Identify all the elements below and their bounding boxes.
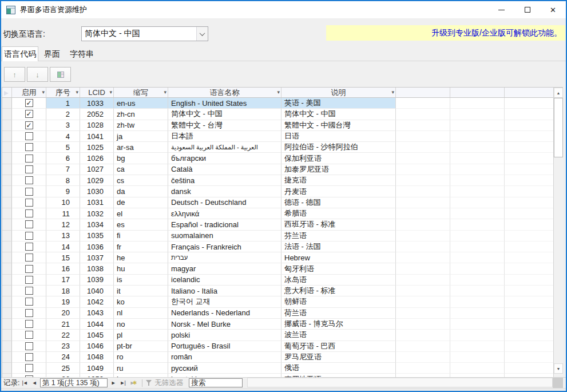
enabled-checkbox[interactable] (25, 276, 33, 284)
cell-seq[interactable]: 22 (46, 330, 80, 340)
cell-lcid[interactable]: 1039 (80, 275, 114, 286)
cell-abbr[interactable]: ar-sa (114, 142, 168, 153)
column-header-name[interactable]: 语言名称▾ (168, 88, 281, 97)
cell-desc[interactable]: 丹麦语 (281, 186, 396, 197)
cell-lcid[interactable]: 1029 (80, 175, 114, 186)
cell-empty[interactable] (396, 120, 450, 131)
cell-abbr[interactable]: de (114, 197, 168, 208)
cell-seq[interactable]: 1 (46, 98, 80, 109)
column-header-lcid[interactable]: LCID▾ (80, 88, 114, 97)
cell-empty[interactable] (396, 296, 450, 307)
cell-abbr[interactable]: is (114, 275, 168, 286)
cell-desc[interactable]: 意大利语 - 标准 (281, 286, 396, 296)
cell-empty[interactable] (450, 352, 505, 363)
cell-abbr[interactable]: el (114, 208, 168, 219)
table-row[interactable]: 151037heעבריתHebrew (2, 252, 554, 263)
cell-name[interactable]: العربية - المملكة العربية السعودية (168, 142, 281, 153)
cell-lcid[interactable]: 1036 (80, 241, 114, 252)
cell-enabled[interactable] (12, 241, 46, 252)
cell-desc[interactable]: 冰岛语 (281, 275, 396, 286)
cell-desc[interactable]: 德语 - 德国 (281, 197, 396, 208)
cell-empty[interactable] (450, 330, 505, 340)
row-selector[interactable] (2, 186, 12, 197)
cell-desc[interactable]: 挪威语 - 博克马尔 (281, 319, 396, 330)
cell-name[interactable]: 한국어 교재 (168, 296, 281, 307)
enabled-checkbox[interactable] (25, 265, 33, 273)
cell-empty[interactable] (505, 109, 554, 120)
row-selector[interactable] (2, 341, 12, 352)
cell-enabled[interactable] (12, 341, 46, 352)
cell-desc[interactable]: 简体中文 - 中国 (281, 109, 396, 120)
cell-empty[interactable] (450, 308, 505, 319)
cell-desc[interactable]: 匈牙利语 (281, 263, 396, 274)
cell-empty[interactable] (396, 363, 450, 374)
row-selector[interactable] (2, 208, 12, 219)
cell-seq[interactable]: 21 (46, 319, 80, 330)
tab-language-codes[interactable]: 语言代码 (2, 46, 38, 61)
cell-empty[interactable] (450, 164, 505, 175)
row-selector[interactable] (2, 363, 12, 374)
record-position-box[interactable]: 第 1 项(共 135 项) (40, 378, 108, 387)
cell-name[interactable]: polski (168, 330, 281, 340)
filter-arrow-icon[interactable]: ▾ (42, 89, 45, 95)
table-row[interactable]: 181040itItaliano - Italia意大利语 - 标准 (2, 286, 554, 296)
move-down-button[interactable]: ↓ (27, 67, 48, 82)
cell-enabled[interactable] (12, 131, 46, 142)
cell-seq[interactable]: 24 (46, 352, 80, 363)
cell-seq[interactable]: 8 (46, 175, 80, 186)
row-selector[interactable] (2, 109, 12, 120)
cell-seq[interactable]: 4 (46, 131, 80, 142)
export-button[interactable] (50, 67, 71, 82)
cell-desc[interactable]: 法语 - 法国 (281, 241, 396, 252)
enabled-checkbox[interactable] (25, 353, 33, 361)
cell-desc[interactable]: Hebrew (281, 252, 396, 263)
cell-empty[interactable] (505, 131, 554, 142)
cell-abbr[interactable]: da (114, 186, 168, 197)
table-row[interactable]: 211044noNorsk - Mel Burke挪威语 - 博克马尔 (2, 319, 554, 330)
enabled-checkbox[interactable] (25, 220, 33, 228)
vertical-scrollbar[interactable]: ▲ ▼ (553, 88, 563, 377)
enabled-checkbox[interactable] (25, 287, 33, 295)
cell-seq[interactable]: 20 (46, 308, 80, 319)
move-up-button[interactable]: ↑ (4, 67, 25, 82)
cell-seq[interactable]: 11 (46, 208, 80, 219)
cell-empty[interactable] (396, 219, 450, 230)
cell-abbr[interactable]: ro (114, 352, 168, 363)
cell-empty[interactable] (450, 98, 505, 109)
cell-empty[interactable] (505, 341, 554, 352)
cell-lcid[interactable]: 1043 (80, 308, 114, 319)
cell-name[interactable]: English - United States (168, 98, 281, 109)
filter-arrow-icon[interactable]: ▾ (109, 89, 112, 95)
cell-seq[interactable]: 16 (46, 263, 80, 274)
row-selector[interactable] (2, 263, 12, 274)
cell-name[interactable]: Italiano - Italia (168, 286, 281, 296)
row-selector[interactable] (2, 153, 12, 164)
cell-desc[interactable]: 葡萄牙语 - 巴西 (281, 341, 396, 352)
enabled-checkbox[interactable] (25, 320, 33, 328)
enabled-checkbox[interactable] (25, 232, 33, 240)
cell-name[interactable]: Português - Brasil (168, 341, 281, 352)
filter-arrow-icon[interactable]: ▾ (277, 89, 280, 95)
cell-enabled[interactable]: ✓ (12, 109, 46, 120)
row-selector[interactable] (2, 330, 12, 340)
cell-name[interactable]: Nederlands - Nederland (168, 308, 281, 319)
cell-empty[interactable] (450, 275, 505, 286)
cell-enabled[interactable] (12, 175, 46, 186)
cell-empty[interactable] (450, 231, 505, 241)
close-button[interactable]: ✕ (540, 1, 566, 18)
table-row[interactable]: 81029csčeština捷克语 (2, 175, 554, 186)
cell-empty[interactable] (505, 286, 554, 296)
cell-name[interactable]: Català (168, 164, 281, 175)
cell-lcid[interactable]: 1035 (80, 231, 114, 241)
cell-empty[interactable] (505, 241, 554, 252)
row-selector[interactable] (2, 197, 12, 208)
cell-empty[interactable] (450, 142, 505, 153)
cell-empty[interactable] (505, 363, 554, 374)
cell-lcid[interactable]: 1040 (80, 286, 114, 296)
combobox-dropdown-button[interactable] (196, 27, 208, 41)
enabled-checkbox[interactable] (25, 176, 33, 184)
cell-empty[interactable] (450, 197, 505, 208)
cell-empty[interactable] (450, 208, 505, 219)
cell-enabled[interactable]: ✓ (12, 98, 46, 109)
enabled-checkbox[interactable]: ✓ (25, 110, 33, 118)
